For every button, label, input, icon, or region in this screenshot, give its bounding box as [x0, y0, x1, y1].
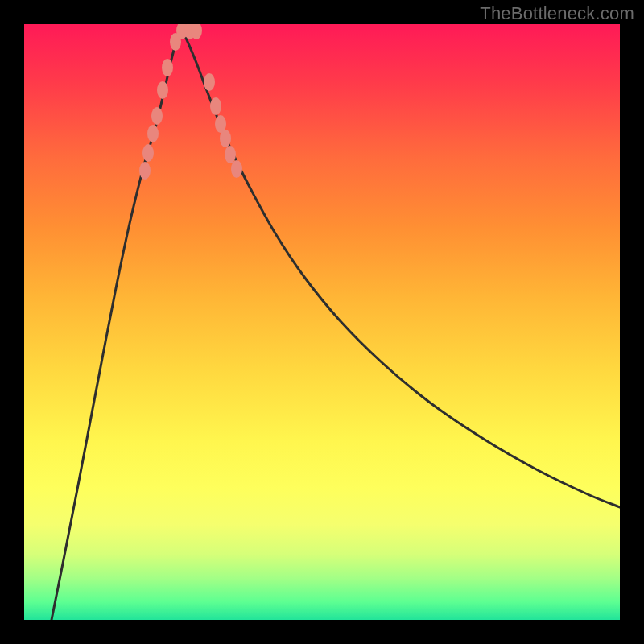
bottleneck-curve: [52, 29, 620, 620]
curves-svg: [24, 24, 620, 620]
marker-dot: [162, 59, 173, 76]
marker-dot: [157, 81, 168, 99]
marker-dot: [204, 73, 215, 91]
chart-frame: TheBottleneck.com: [0, 0, 644, 644]
marker-dot: [210, 97, 221, 115]
plot-area: [24, 24, 620, 620]
curve-right-branch: [182, 29, 620, 507]
watermark-text: TheBottleneck.com: [480, 3, 634, 24]
marker-dot: [220, 130, 231, 147]
marker-dot: [231, 160, 242, 178]
marker-dot: [139, 162, 151, 180]
marker-dot: [142, 144, 154, 162]
marker-dot: [225, 146, 236, 163]
marker-dot: [151, 107, 163, 125]
marker-dot: [147, 125, 159, 142]
